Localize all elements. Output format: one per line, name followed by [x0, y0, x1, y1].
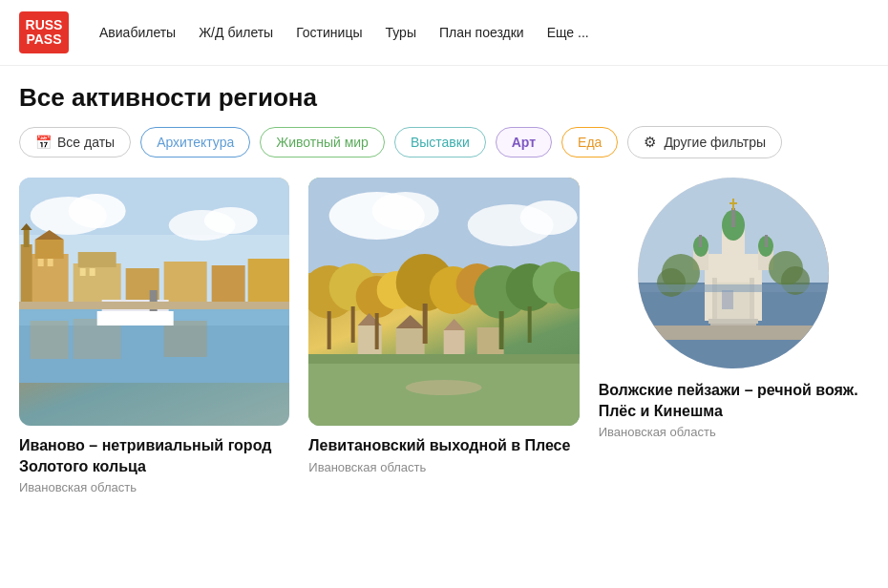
svg-rect-70 [731, 208, 735, 227]
svg-rect-59 [499, 311, 504, 349]
svg-rect-83 [708, 319, 758, 324]
cards-grid: Иваново – нетривиальный город Золотого к… [0, 178, 888, 523]
filter-animal[interactable]: Животный мир [260, 127, 385, 158]
logo-text: RUSSPASS [26, 18, 63, 48]
card-subtitle-ivanovo: Ивановская область [19, 480, 289, 494]
card-subtitle-levitan: Ивановская область [308, 460, 579, 474]
nav-hotels[interactable]: Гостиницы [296, 25, 362, 40]
svg-rect-7 [35, 240, 64, 259]
filter-arch[interactable]: Архитектура [140, 127, 250, 158]
card-subtitle-volga: Ивановская область [599, 425, 869, 439]
svg-rect-82 [750, 278, 754, 321]
svg-rect-30 [19, 383, 289, 426]
main-nav: Авиабилеты Ж/Д билеты Гостиницы Туры Пла… [99, 25, 589, 40]
svg-rect-24 [31, 321, 69, 359]
card-volga[interactable]: Волжские пейзажи – речной вояж. Плёс и К… [599, 178, 869, 439]
card-title-levitan: Левитановский выходной в Плесе [308, 435, 579, 456]
calendar-icon: 📅 [35, 135, 52, 150]
svg-rect-55 [328, 311, 331, 349]
svg-point-63 [406, 380, 482, 395]
svg-rect-20 [80, 268, 86, 276]
svg-rect-26 [164, 321, 207, 357]
filter-food[interactable]: Еда [561, 127, 618, 158]
svg-marker-51 [396, 315, 425, 328]
card-image-volga [638, 178, 829, 368]
logo[interactable]: RUSSPASS [19, 11, 69, 53]
nav-plan[interactable]: План поездки [439, 25, 524, 40]
svg-rect-9 [21, 244, 32, 306]
filter-bar: 📅 Все даты Архитектура Животный мир Выст… [0, 126, 888, 178]
svg-rect-50 [396, 328, 425, 355]
svg-rect-17 [248, 259, 290, 306]
card-levitan[interactable]: Левитановский выходной в Плесе Ивановска… [308, 178, 579, 474]
filter-more[interactable]: ⚙ Другие фильтры [627, 126, 782, 158]
svg-point-5 [204, 207, 258, 234]
svg-rect-58 [423, 304, 428, 344]
svg-point-87 [657, 268, 686, 297]
svg-rect-18 [38, 259, 44, 266]
card-title-volga: Волжские пейзажи – речной вояж. Плёс и К… [599, 380, 869, 421]
svg-rect-10 [24, 230, 30, 247]
card-image-levitan [308, 178, 579, 426]
nav-aviabilety[interactable]: Авиабилеты [99, 25, 176, 40]
svg-point-3 [69, 194, 126, 228]
nav-tours[interactable]: Туры [385, 25, 415, 40]
svg-rect-62 [308, 354, 579, 364]
filter-date[interactable]: 📅 Все даты [19, 127, 131, 158]
svg-rect-78 [765, 235, 768, 247]
page-title: Все активности региона [0, 66, 888, 126]
nav-more[interactable]: Еще ... [547, 25, 589, 40]
header: RUSSPASS Авиабилеты Ж/Д билеты Гостиницы… [0, 0, 888, 66]
card-image-ivanovo [19, 178, 289, 426]
svg-rect-60 [528, 306, 532, 343]
svg-rect-27 [97, 311, 174, 326]
svg-rect-16 [212, 265, 245, 306]
svg-rect-13 [78, 252, 116, 267]
svg-rect-89 [638, 326, 829, 340]
svg-rect-52 [444, 330, 465, 354]
svg-rect-56 [351, 306, 355, 343]
svg-marker-53 [444, 319, 465, 330]
svg-rect-81 [712, 278, 717, 321]
card-ivanovo[interactable]: Иваново – нетривиальный город Золотого к… [19, 178, 289, 494]
filter-expo[interactable]: Выставки [394, 127, 486, 158]
sliders-icon: ⚙ [644, 134, 656, 151]
card-title-ivanovo: Иваново – нетривиальный город Золотого к… [19, 435, 289, 476]
svg-rect-15 [164, 262, 207, 306]
svg-rect-72 [729, 202, 737, 204]
svg-point-36 [520, 200, 578, 235]
svg-rect-57 [375, 313, 379, 349]
svg-point-34 [372, 192, 439, 230]
svg-rect-19 [48, 259, 53, 266]
filter-art[interactable]: Арт [496, 127, 552, 158]
svg-rect-31 [19, 302, 289, 309]
nav-zhd[interactable]: Ж/Д билеты [199, 25, 273, 40]
svg-rect-80 [722, 290, 733, 309]
svg-rect-21 [90, 268, 95, 276]
svg-rect-75 [699, 235, 702, 247]
svg-rect-90 [638, 284, 829, 292]
